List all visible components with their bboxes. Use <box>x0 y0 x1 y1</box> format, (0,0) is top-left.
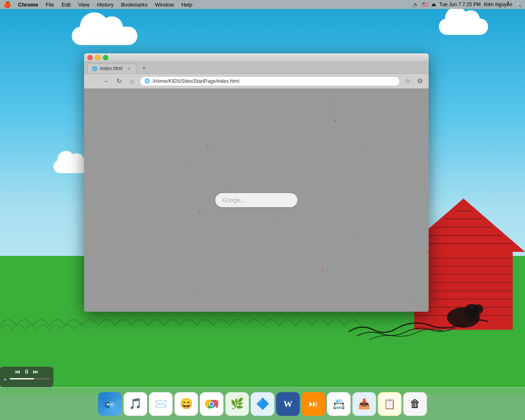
tab-close-button[interactable]: ✕ <box>126 66 132 71</box>
cloud-1 <box>72 27 137 45</box>
reload-button[interactable]: ↻ <box>114 76 124 87</box>
menubar-bookmarks[interactable]: Bookmarks <box>117 0 151 9</box>
browser-tabs: 🌐 index.html ✕ + <box>84 62 429 74</box>
dock-mail[interactable]: ✉️ <box>149 392 173 416</box>
search-box[interactable] <box>215 193 297 207</box>
airdrop-icon: 📥 <box>358 398 370 410</box>
menubar-view[interactable]: View <box>74 0 93 9</box>
trash-icon: 🗑 <box>410 397 420 410</box>
menubar-edit[interactable]: Edit <box>58 0 74 9</box>
dock-forward[interactable]: ⏭ <box>301 392 325 416</box>
url-favicon-icon: 🌐 <box>144 78 150 84</box>
close-button[interactable] <box>87 55 93 60</box>
url-bar[interactable]: 🌐 /Home/KIEN/Sites/StartPage/index.html <box>140 76 400 86</box>
dock-itunes[interactable]: 🎵 <box>123 392 147 416</box>
browser-navbar: ← → ↻ ⌂ 🌐 /Home/KIEN/Sites/StartPage/ind… <box>84 74 429 89</box>
menubar-history[interactable]: History <box>93 0 117 9</box>
decorative-dot <box>181 128 183 130</box>
username[interactable]: Kiên Nguyễn <box>484 2 512 7</box>
svg-rect-24 <box>111 402 113 404</box>
decorative-dot <box>309 157 311 158</box>
volume-control[interactable]: 🔊 <box>413 2 419 7</box>
decorative-dot <box>260 296 262 298</box>
volume-fill <box>10 378 34 379</box>
dock-trash[interactable]: 🗑 <box>403 392 427 416</box>
decorative-dot <box>426 251 429 253</box>
decorative-dot <box>270 175 272 177</box>
settings-button[interactable]: ⚙ <box>415 76 425 87</box>
decorative-dot <box>365 146 368 148</box>
decorative-dot <box>277 218 278 220</box>
volume-bar: 🔈 <box>3 377 50 381</box>
decorative-dot <box>387 107 389 110</box>
dock-chrome[interactable] <box>200 392 224 416</box>
fast-forward-button[interactable]: ⏭ <box>33 368 39 375</box>
decorative-dot <box>207 145 209 148</box>
menubar-window[interactable]: Window <box>151 0 178 9</box>
decorative-dot <box>391 273 394 275</box>
back-button[interactable]: ← <box>87 76 98 87</box>
notes-icon: 📋 <box>383 398 396 410</box>
itunes-icon: 🎵 <box>129 397 142 410</box>
flag-icon[interactable]: 🇺🇸 <box>422 2 428 7</box>
cube-icon: 🔷 <box>256 397 269 410</box>
home-button[interactable]: ⌂ <box>127 76 137 87</box>
eject-icon[interactable]: ⏏ <box>431 2 436 7</box>
forward-icon: ⏭ <box>309 399 318 409</box>
decorative-dot <box>420 192 422 193</box>
datetime: Tue Jun 7 7:25 PM <box>439 2 481 7</box>
decorative-dot <box>334 119 336 121</box>
spotlight-icon[interactable]: 🔍 <box>516 2 522 7</box>
dock-airdrop[interactable]: 📥 <box>352 392 376 416</box>
chrome-icon <box>205 397 218 411</box>
dock-cube[interactable]: 🔷 <box>251 392 274 416</box>
volume-track[interactable] <box>10 378 50 379</box>
dock-emoji[interactable]: 😄 <box>174 392 198 416</box>
desktop: 🍎 Chrome File Edit View History Bookmark… <box>0 0 525 420</box>
browser-window: 🌐 index.html ✕ + ← → ↻ ⌂ 🌐 /Home/KIEN/Si… <box>84 53 429 312</box>
decorative-dot <box>408 298 409 300</box>
word-icon: W <box>283 399 292 409</box>
svg-point-28 <box>210 402 213 406</box>
rewind-button[interactable]: ⏮ <box>15 368 21 375</box>
dock-leaf[interactable]: 🌿 <box>225 392 249 416</box>
menubar-right: 🔊 🇺🇸 ⏏ Tue Jun 7 7:25 PM Kiên Nguyễn 🔍 <box>413 2 522 7</box>
finder-icon <box>103 397 117 411</box>
apple-menu[interactable]: 🍎 <box>3 1 11 8</box>
forward-button[interactable]: → <box>100 76 111 87</box>
decorative-dot <box>264 140 266 142</box>
emoji-icon: 😄 <box>180 397 193 410</box>
dock-word[interactable]: W <box>276 392 300 416</box>
menubar-help[interactable]: Help <box>178 0 196 9</box>
menubar-chrome[interactable]: Chrome <box>14 0 42 9</box>
window-controls <box>87 55 108 60</box>
bookmark-star-button[interactable]: ☆ <box>402 76 413 87</box>
minimize-button[interactable] <box>95 55 100 60</box>
decorative-dot <box>420 126 422 128</box>
addressbook-icon: 📇 <box>333 398 345 410</box>
decorative-dot <box>424 142 426 144</box>
decorative-dot <box>199 212 201 213</box>
dock-addressbook[interactable]: 📇 <box>327 392 351 416</box>
svg-rect-23 <box>107 402 109 404</box>
decorative-dot <box>193 290 194 292</box>
media-controls: ⏮ ⏸ ⏭ <box>3 368 50 375</box>
active-tab[interactable]: 🌐 index.html ✕ <box>87 64 137 73</box>
play-pause-button[interactable]: ⏸ <box>24 368 30 375</box>
nav-right-buttons: ☆ ⚙ <box>402 76 425 87</box>
decorative-dot <box>231 112 233 114</box>
maximize-button[interactable] <box>103 55 108 60</box>
new-tab-button[interactable]: + <box>139 63 149 73</box>
media-player: ⏮ ⏸ ⏭ 🔈 <box>0 367 53 387</box>
dock-finder[interactable] <box>98 392 122 416</box>
decorative-dot <box>188 108 190 111</box>
mail-icon: ✉️ <box>155 398 167 410</box>
decorative-dot <box>330 103 332 105</box>
volume-icon: 🔈 <box>3 377 8 381</box>
decorative-dot <box>404 158 406 161</box>
menubar-file[interactable]: File <box>42 0 58 9</box>
search-input[interactable] <box>222 197 290 203</box>
decorative-dot <box>407 222 409 224</box>
decorative-dot <box>219 265 221 267</box>
dock-notes[interactable]: 📋 <box>378 392 402 416</box>
